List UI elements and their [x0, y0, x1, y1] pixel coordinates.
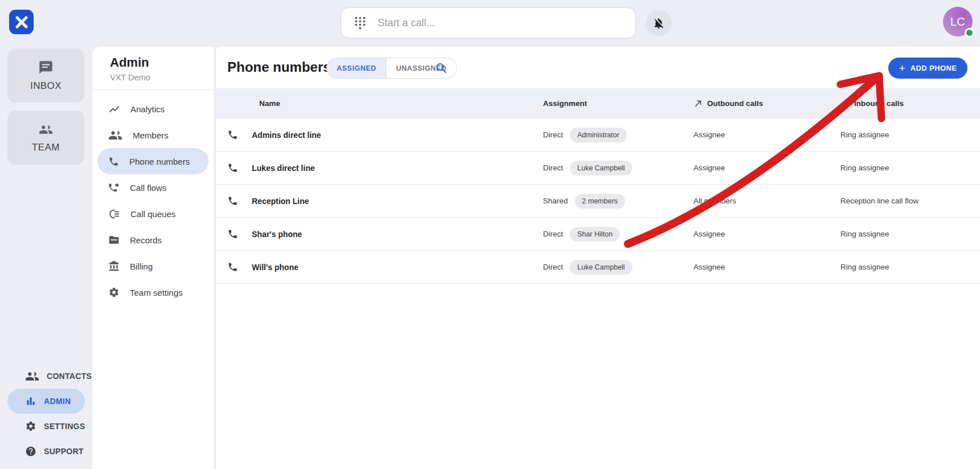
- sidebar-item-label: Members: [133, 130, 169, 140]
- inbound-calls-value: Ring assignee: [840, 263, 980, 271]
- rail-item-label: CONTACTS: [47, 372, 92, 381]
- outbound-calls-value: Assignee: [693, 230, 840, 238]
- chat-icon: [38, 60, 54, 75]
- sidebar-item-label: Records: [130, 235, 162, 245]
- table-header: Name Assignment Outbound calls Inbound c…: [216, 88, 980, 119]
- search-icon: [435, 62, 448, 75]
- rail-item-settings[interactable]: SETTINGS: [7, 414, 85, 439]
- assignment-type: Direct: [543, 164, 563, 172]
- assignment-chip: Administrator: [570, 128, 627, 142]
- assignment-type: Direct: [543, 130, 563, 139]
- table-row[interactable]: Admins direct line Direct Administrator …: [216, 119, 980, 152]
- call-flow-icon: [108, 182, 120, 193]
- rail-item-label: SETTINGS: [44, 422, 85, 431]
- start-call-input[interactable]: [378, 17, 623, 29]
- table-row[interactable]: Lukes direct line Direct Luke Campbell A…: [216, 152, 980, 185]
- phone-line-name: Lukes direct line: [252, 164, 315, 173]
- sidebar-item-billing[interactable]: Billing: [97, 253, 209, 279]
- table-row[interactable]: Shar's phone Direct Shar Hilton Assignee…: [216, 218, 980, 251]
- rail-label: TEAM: [32, 142, 60, 153]
- column-header-assignment: Assignment: [543, 99, 693, 108]
- rail-item-support[interactable]: SUPPORT: [7, 439, 85, 464]
- people-icon: [39, 123, 53, 137]
- phone-icon: [227, 129, 238, 140]
- search-button[interactable]: [435, 62, 448, 75]
- sidebar-item-label: Team settings: [130, 288, 183, 297]
- add-phone-button[interactable]: + ADD PHONE: [888, 58, 967, 79]
- phone-line-name: Reception Line: [252, 197, 309, 206]
- rail-label: INBOX: [30, 80, 62, 92]
- table-row[interactable]: Will's phone Direct Luke Campbell Assign…: [216, 251, 980, 284]
- sidebar-item-call-queues[interactable]: Call queues: [97, 201, 209, 227]
- assignment-chip: Luke Campbell: [570, 260, 632, 275]
- outbound-calls-value: Assignee: [693, 263, 840, 271]
- phone-icon: [108, 156, 119, 167]
- rail-item-label: ADMIN: [44, 397, 71, 406]
- phone-line-name: Will's phone: [252, 263, 299, 272]
- people-icon: [108, 128, 122, 142]
- plus-icon: +: [899, 63, 905, 74]
- sidebar-title: Admin: [110, 55, 214, 70]
- outbound-calls-value: All members: [693, 197, 840, 205]
- phone-icon: [227, 195, 238, 206]
- x-logo-icon: [15, 15, 28, 29]
- column-header-name: Name: [216, 99, 543, 108]
- inbound-calls-value: Ring assignee: [840, 130, 980, 139]
- phone-icon: [227, 262, 238, 272]
- sidebar-item-label: Call queues: [130, 209, 175, 219]
- table-row[interactable]: Reception Line Shared 2 members All memb…: [216, 185, 980, 218]
- rail-item-admin[interactable]: ADMIN: [7, 389, 85, 414]
- tab-assigned[interactable]: ASSIGNED: [327, 58, 386, 78]
- phone-line-name: Shar's phone: [252, 230, 302, 239]
- sidebar-subtitle: VXT Demo: [110, 73, 214, 82]
- top-bar: LC: [0, 0, 980, 47]
- phone-numbers-table: Admins direct line Direct Administrator …: [216, 119, 980, 284]
- rail-item-contacts[interactable]: CONTACTS: [7, 364, 85, 389]
- rail-inbox-button[interactable]: INBOX: [7, 48, 84, 103]
- admin-sidebar: Admin VXT Demo Analytics Members Phone n…: [92, 47, 214, 469]
- bank-icon: [108, 260, 120, 272]
- phone-icon: [227, 162, 238, 173]
- sidebar-item-label: Analytics: [130, 104, 165, 114]
- phone-numbers-panel: Phone numbers ASSIGNED UNASSIGNED + ADD …: [216, 47, 980, 469]
- sidebar-item-members[interactable]: Members: [97, 122, 209, 148]
- user-avatar[interactable]: LC: [943, 7, 973, 36]
- assignment-type: Direct: [543, 263, 563, 271]
- assignment-type: Shared: [543, 197, 568, 205]
- gear-icon: [108, 287, 120, 298]
- sidebar-item-team-settings[interactable]: Team settings: [97, 279, 209, 305]
- bar-chart-icon: [25, 395, 36, 407]
- assignment-chip: 2 members: [575, 194, 626, 209]
- inbound-calls-value: Ring assignee: [840, 230, 980, 238]
- column-header-inbound: Inbound calls: [840, 99, 980, 108]
- avatar-initials: LC: [950, 15, 966, 28]
- rail-team-button[interactable]: TEAM: [7, 111, 84, 165]
- outbound-calls-value: Assignee: [693, 164, 840, 172]
- gear-icon: [25, 421, 36, 432]
- start-call-box[interactable]: [341, 7, 636, 38]
- notifications-muted-button[interactable]: [646, 10, 672, 36]
- people-icon: [25, 369, 39, 384]
- assignment-chip: Luke Campbell: [570, 161, 632, 176]
- analytics-icon: [108, 103, 120, 115]
- help-icon: [25, 446, 36, 457]
- online-status-dot: [965, 28, 974, 38]
- sidebar-item-phone-numbers[interactable]: Phone numbers: [97, 148, 209, 174]
- sidebar-item-call-flows[interactable]: Call flows: [97, 174, 209, 201]
- call-queue-icon: [108, 208, 120, 220]
- column-header-outbound: Outbound calls: [693, 99, 840, 108]
- outbound-calls-value: Assignee: [693, 130, 840, 139]
- phone-icon: [227, 229, 238, 239]
- sidebar-item-analytics[interactable]: Analytics: [97, 96, 209, 122]
- vxt-logo[interactable]: [9, 10, 34, 34]
- sidebar-item-records[interactable]: Records: [97, 227, 209, 253]
- bell-off-icon: [652, 17, 665, 30]
- primary-sidebar: INBOX TEAM CONTACTS ADMIN SETTINGS SUPPO…: [0, 47, 92, 469]
- folder-icon: [108, 234, 120, 246]
- call-made-icon: [693, 99, 703, 108]
- phone-line-name: Admins direct line: [252, 130, 321, 140]
- sidebar-item-label: Billing: [130, 262, 153, 271]
- assignment-type: Direct: [543, 230, 563, 238]
- sidebar-item-label: Phone numbers: [129, 157, 190, 166]
- sidebar-item-label: Call flows: [130, 183, 166, 193]
